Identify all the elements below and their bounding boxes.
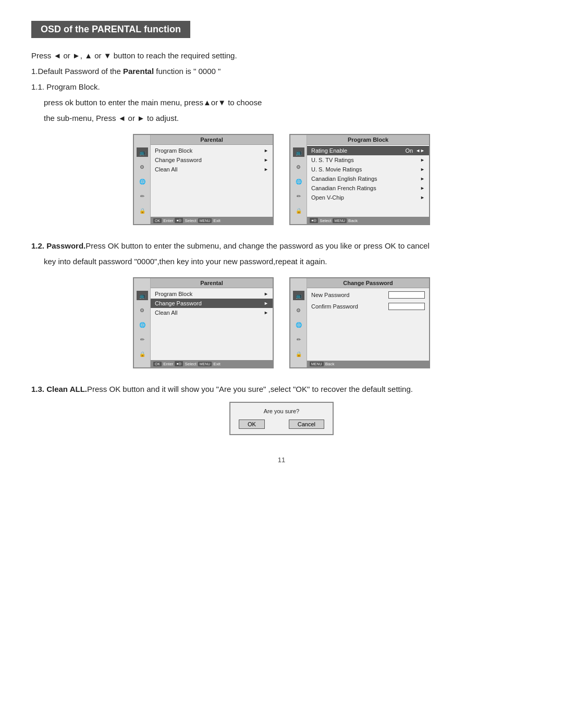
- dialog-ok-button[interactable]: OK: [239, 419, 265, 429]
- menu-item-program-block-2: Program Block ►: [151, 289, 273, 299]
- menu-footer-parental-1: OK Enter ●◎ Select MENU Exit: [151, 217, 273, 224]
- section13-text: 1.3. Clean ALL.Press OK button and it wi…: [31, 383, 532, 396]
- screen-parental-2: 📺 ⚙ 🌐 ✏ 🔒 Parental Program Block ► Chang…: [133, 277, 274, 368]
- menu-footer-parental-2: OK Enter ●◎ Select MENU Exit: [151, 360, 273, 367]
- dialog-buttons: OK Cancel: [239, 419, 324, 429]
- dialog-title: Are you sure?: [239, 408, 324, 414]
- icon-pencil-l2: ✏: [137, 335, 148, 344]
- confirm-password-label: Confirm Password: [311, 303, 358, 310]
- icon-pencil-r1: ✏: [293, 191, 304, 201]
- menu-program-block: Program Block Rating Enable On ◄► U. S. …: [307, 135, 429, 224]
- menu-item-change-password-2: Change Password ►: [151, 299, 273, 308]
- menu-parental-1: Parental Program Block ► Change Password…: [151, 135, 273, 224]
- icon-antenna-r2: 📺: [293, 291, 304, 300]
- menu-items-change-password: New Password Confirm Password: [307, 288, 429, 361]
- intro-line2: 1.Default Password of the Parental funct…: [31, 65, 532, 78]
- menu-items-program-block: Rating Enable On ◄► U. S. TV Ratings ► U…: [307, 145, 429, 217]
- icon-antenna-1: 📺: [137, 147, 148, 157]
- menu-item-cdn-french: Canadian French Ratings ►: [307, 183, 429, 193]
- menu-item-us-tv: U. S. TV Ratings ►: [307, 155, 429, 165]
- menu-item-us-movie: U. S. Movie Ratings ►: [307, 165, 429, 174]
- new-password-label: New Password: [311, 292, 349, 298]
- menu-item-program-block-1: Program Block ►: [151, 146, 273, 155]
- icon-settings-l2: ⚙: [137, 305, 148, 315]
- section11-heading: 1.1. Program Block.: [31, 81, 532, 93]
- section11-text1: press ok button to enter the main menu, …: [44, 96, 532, 109]
- new-password-input[interactable]: [388, 291, 425, 299]
- icon-globe-r1: 🌐: [293, 177, 304, 186]
- icon-settings-1: ⚙: [137, 162, 148, 171]
- menu-title-change-password: Change Password: [307, 278, 429, 288]
- menu-items-parental-2: Program Block ► Change Password ► Clean …: [151, 288, 273, 360]
- menu-item-rating-enable: Rating Enable On ◄►: [307, 146, 429, 155]
- confirm-password-input[interactable]: [388, 303, 425, 310]
- new-password-row: New Password: [307, 289, 429, 301]
- icon-pencil-1: ✏: [137, 191, 148, 201]
- menu-item-cdn-english: Canadian English Ratings ►: [307, 174, 429, 183]
- menu-footer-change-password: MENU Back: [307, 361, 429, 367]
- are-you-sure-dialog: Are you sure? OK Cancel: [229, 402, 334, 435]
- screen-parental-1: 📺 ⚙ 🌐 ✏ 🔒 Parental Program Block ► Chang…: [133, 134, 274, 225]
- screen-program-block: 📺 ⚙ 🌐 ✏ 🔒 Program Block Rating Enable On…: [289, 134, 430, 225]
- page-title: OSD of the PARENTAL function: [31, 21, 190, 38]
- menu-item-clean-all-1: Clean All ►: [151, 165, 273, 174]
- icon-lock-l2: 🔒: [137, 349, 148, 359]
- confirm-password-row: Confirm Password: [307, 301, 429, 312]
- menu-change-password: Change Password New Password Confirm Pas…: [307, 278, 429, 367]
- icon-globe-r2: 🌐: [293, 320, 304, 329]
- icon-lock-r2: 🔒: [293, 349, 304, 359]
- icon-settings-r2: ⚙: [293, 305, 304, 315]
- intro-line1: Press ◄ or ►, ▲ or ▼ button to reach the…: [31, 50, 532, 62]
- icon-panel-right-2: 📺 ⚙ 🌐 ✏ 🔒: [290, 278, 307, 367]
- section12-subtext: key into default password "0000",then ke…: [44, 255, 532, 268]
- page-number: 11: [31, 456, 532, 464]
- menu-footer-program-block: ●◎ Select MENU Back: [307, 217, 429, 224]
- menu-parental-2: Parental Program Block ► Change Password…: [151, 278, 273, 367]
- icon-globe-1: 🌐: [137, 177, 148, 186]
- icon-lock-1: 🔒: [137, 206, 148, 215]
- dialog-row: Are you sure? OK Cancel: [31, 402, 532, 435]
- menu-title-program-block: Program Block: [307, 135, 429, 145]
- section11-text2: the sub-menu, Press ◄ or ► to adjust.: [44, 112, 532, 125]
- icon-pencil-r2: ✏: [293, 335, 304, 344]
- dialog-cancel-button[interactable]: Cancel: [289, 419, 324, 429]
- screen-change-password: 📺 ⚙ 🌐 ✏ 🔒 Change Password New Password C…: [289, 277, 430, 368]
- menu-items-parental-1: Program Block ► Change Password ► Clean …: [151, 145, 273, 217]
- icon-panel-right-1: 📺 ⚙ 🌐 ✏ 🔒: [290, 135, 307, 224]
- icon-panel-left-1: 📺 ⚙ 🌐 ✏ 🔒: [134, 135, 151, 224]
- icon-settings-r1: ⚙: [293, 162, 304, 171]
- icon-lock-r1: 🔒: [293, 206, 304, 215]
- screen-row-1: 📺 ⚙ 🌐 ✏ 🔒 Parental Program Block ► Chang…: [31, 134, 532, 225]
- screen-row-2: 📺 ⚙ 🌐 ✏ 🔒 Parental Program Block ► Chang…: [31, 277, 532, 368]
- menu-item-change-password-1: Change Password ►: [151, 155, 273, 165]
- section12-text: 1.2. Password.Press OK button to enter t…: [31, 240, 532, 252]
- menu-title-parental-1: Parental: [151, 135, 273, 145]
- menu-title-parental-2: Parental: [151, 278, 273, 288]
- menu-item-open-vchip: Open V-Chip ►: [307, 193, 429, 202]
- icon-antenna-r1: 📺: [293, 147, 304, 157]
- icon-panel-left-2: 📺 ⚙ 🌐 ✏ 🔒: [134, 278, 151, 367]
- menu-item-clean-all-2: Clean All ►: [151, 308, 273, 317]
- icon-globe-l2: 🌐: [137, 320, 148, 329]
- icon-antenna-l2: 📺: [137, 291, 148, 300]
